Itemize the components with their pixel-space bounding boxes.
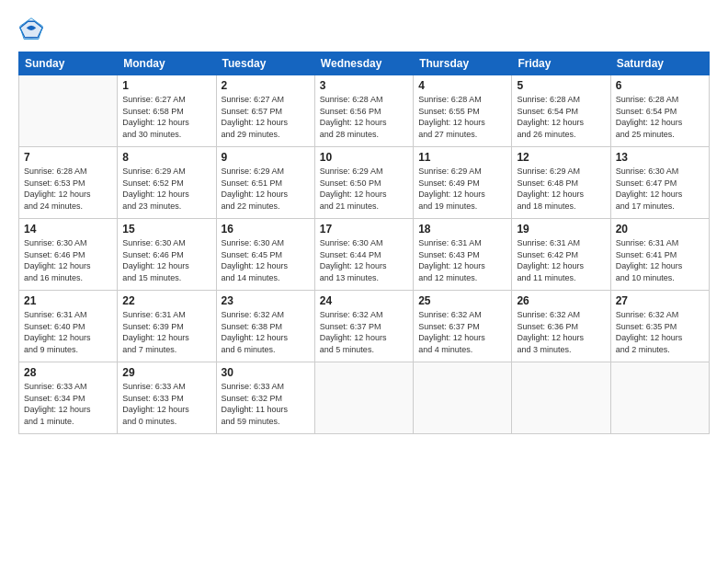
cell-text: Sunrise: 6:31 AM Sunset: 6:42 PM Dayligh… — [517, 237, 605, 283]
weekday-sunday: Sunday — [19, 52, 118, 75]
day-number: 19 — [517, 223, 605, 236]
day-number: 24 — [320, 294, 408, 307]
calendar-cell: 14Sunrise: 6:30 AM Sunset: 6:46 PM Dayli… — [19, 219, 118, 291]
calendar-cell — [19, 75, 118, 147]
calendar-cell: 9Sunrise: 6:29 AM Sunset: 6:51 PM Daylig… — [216, 147, 314, 219]
cell-text: Sunrise: 6:31 AM Sunset: 6:40 PM Dayligh… — [24, 309, 112, 355]
day-number: 30 — [222, 366, 310, 379]
calendar-cell: 6Sunrise: 6:28 AM Sunset: 6:54 PM Daylig… — [610, 75, 709, 147]
calendar-cell: 7Sunrise: 6:28 AM Sunset: 6:53 PM Daylig… — [19, 147, 118, 219]
cell-text: Sunrise: 6:33 AM Sunset: 6:32 PM Dayligh… — [222, 381, 310, 427]
header — [18, 17, 710, 42]
cell-text: Sunrise: 6:33 AM Sunset: 6:33 PM Dayligh… — [122, 381, 210, 427]
calendar-cell: 12Sunrise: 6:29 AM Sunset: 6:48 PM Dayli… — [512, 147, 610, 219]
cell-text: Sunrise: 6:30 AM Sunset: 6:44 PM Dayligh… — [320, 237, 408, 283]
calendar-cell: 4Sunrise: 6:28 AM Sunset: 6:55 PM Daylig… — [414, 75, 512, 147]
week-row-4: 21Sunrise: 6:31 AM Sunset: 6:40 PM Dayli… — [19, 291, 710, 362]
day-number: 15 — [122, 223, 210, 236]
day-number: 18 — [418, 223, 506, 236]
calendar-cell: 8Sunrise: 6:29 AM Sunset: 6:52 PM Daylig… — [118, 147, 216, 219]
cell-text: Sunrise: 6:31 AM Sunset: 6:39 PM Dayligh… — [122, 309, 210, 355]
calendar-cell: 18Sunrise: 6:31 AM Sunset: 6:43 PM Dayli… — [414, 219, 512, 291]
calendar-cell: 5Sunrise: 6:28 AM Sunset: 6:54 PM Daylig… — [512, 75, 610, 147]
calendar-cell — [512, 362, 610, 434]
cell-text: Sunrise: 6:27 AM Sunset: 6:57 PM Dayligh… — [222, 94, 310, 140]
calendar-cell: 16Sunrise: 6:30 AM Sunset: 6:45 PM Dayli… — [216, 219, 314, 291]
calendar-cell: 15Sunrise: 6:30 AM Sunset: 6:46 PM Dayli… — [118, 219, 216, 291]
calendar-cell — [314, 362, 413, 434]
day-number: 17 — [320, 223, 408, 236]
calendar-cell: 20Sunrise: 6:31 AM Sunset: 6:41 PM Dayli… — [610, 219, 709, 291]
calendar-cell — [414, 362, 512, 434]
calendar-cell: 24Sunrise: 6:32 AM Sunset: 6:37 PM Dayli… — [314, 291, 413, 362]
day-number: 21 — [24, 294, 112, 307]
calendar-cell — [610, 362, 709, 434]
calendar-cell: 28Sunrise: 6:33 AM Sunset: 6:34 PM Dayli… — [19, 362, 118, 434]
day-number: 6 — [616, 79, 704, 92]
weekday-header-row: SundayMondayTuesdayWednesdayThursdayFrid… — [19, 52, 710, 75]
day-number: 27 — [616, 294, 704, 307]
cell-text: Sunrise: 6:29 AM Sunset: 6:50 PM Dayligh… — [320, 166, 408, 212]
week-row-1: 1Sunrise: 6:27 AM Sunset: 6:58 PM Daylig… — [19, 75, 710, 147]
weekday-saturday: Saturday — [610, 52, 709, 75]
calendar-cell: 11Sunrise: 6:29 AM Sunset: 6:49 PM Dayli… — [414, 147, 512, 219]
calendar-cell: 21Sunrise: 6:31 AM Sunset: 6:40 PM Dayli… — [19, 291, 118, 362]
cell-text: Sunrise: 6:29 AM Sunset: 6:48 PM Dayligh… — [517, 166, 605, 212]
day-number: 23 — [222, 294, 310, 307]
week-row-5: 28Sunrise: 6:33 AM Sunset: 6:34 PM Dayli… — [19, 362, 710, 434]
day-number: 20 — [616, 223, 704, 236]
day-number: 26 — [517, 294, 605, 307]
day-number: 16 — [222, 223, 310, 236]
day-number: 11 — [418, 151, 506, 164]
day-number: 12 — [517, 151, 605, 164]
day-number: 14 — [24, 223, 112, 236]
logo — [18, 17, 48, 42]
day-number: 2 — [222, 79, 310, 92]
cell-text: Sunrise: 6:29 AM Sunset: 6:49 PM Dayligh… — [418, 166, 506, 212]
calendar-cell: 19Sunrise: 6:31 AM Sunset: 6:42 PM Dayli… — [512, 219, 610, 291]
day-number: 13 — [616, 151, 704, 164]
calendar-cell: 27Sunrise: 6:32 AM Sunset: 6:35 PM Dayli… — [610, 291, 709, 362]
weekday-thursday: Thursday — [414, 52, 512, 75]
cell-text: Sunrise: 6:29 AM Sunset: 6:51 PM Dayligh… — [222, 166, 310, 212]
day-number: 10 — [320, 151, 408, 164]
cell-text: Sunrise: 6:32 AM Sunset: 6:36 PM Dayligh… — [517, 309, 605, 355]
calendar-cell: 29Sunrise: 6:33 AM Sunset: 6:33 PM Dayli… — [118, 362, 216, 434]
cell-text: Sunrise: 6:33 AM Sunset: 6:34 PM Dayligh… — [24, 381, 112, 427]
calendar-cell: 13Sunrise: 6:30 AM Sunset: 6:47 PM Dayli… — [610, 147, 709, 219]
day-number: 5 — [517, 79, 605, 92]
cell-text: Sunrise: 6:30 AM Sunset: 6:45 PM Dayligh… — [222, 237, 310, 283]
day-number: 28 — [24, 366, 112, 379]
calendar-cell: 17Sunrise: 6:30 AM Sunset: 6:44 PM Dayli… — [314, 219, 413, 291]
cell-text: Sunrise: 6:32 AM Sunset: 6:37 PM Dayligh… — [320, 309, 408, 355]
cell-text: Sunrise: 6:32 AM Sunset: 6:38 PM Dayligh… — [222, 309, 310, 355]
calendar-cell: 23Sunrise: 6:32 AM Sunset: 6:38 PM Dayli… — [216, 291, 314, 362]
calendar-cell: 25Sunrise: 6:32 AM Sunset: 6:37 PM Dayli… — [414, 291, 512, 362]
cell-text: Sunrise: 6:29 AM Sunset: 6:52 PM Dayligh… — [122, 166, 210, 212]
calendar-cell: 30Sunrise: 6:33 AM Sunset: 6:32 PM Dayli… — [216, 362, 314, 434]
cell-text: Sunrise: 6:32 AM Sunset: 6:35 PM Dayligh… — [616, 309, 704, 355]
calendar-cell: 1Sunrise: 6:27 AM Sunset: 6:58 PM Daylig… — [118, 75, 216, 147]
calendar-cell: 3Sunrise: 6:28 AM Sunset: 6:56 PM Daylig… — [314, 75, 413, 147]
day-number: 3 — [320, 79, 408, 92]
calendar-cell: 10Sunrise: 6:29 AM Sunset: 6:50 PM Dayli… — [314, 147, 413, 219]
calendar-cell: 26Sunrise: 6:32 AM Sunset: 6:36 PM Dayli… — [512, 291, 610, 362]
day-number: 29 — [122, 366, 210, 379]
day-number: 8 — [122, 151, 210, 164]
day-number: 7 — [24, 151, 112, 164]
calendar-cell: 2Sunrise: 6:27 AM Sunset: 6:57 PM Daylig… — [216, 75, 314, 147]
cell-text: Sunrise: 6:28 AM Sunset: 6:54 PM Dayligh… — [517, 94, 605, 140]
calendar: SundayMondayTuesdayWednesdayThursdayFrid… — [18, 52, 710, 434]
day-number: 1 — [122, 79, 210, 92]
calendar-cell: 22Sunrise: 6:31 AM Sunset: 6:39 PM Dayli… — [118, 291, 216, 362]
logo-icon — [18, 17, 44, 42]
day-number: 25 — [418, 294, 506, 307]
cell-text: Sunrise: 6:30 AM Sunset: 6:46 PM Dayligh… — [122, 237, 210, 283]
cell-text: Sunrise: 6:30 AM Sunset: 6:46 PM Dayligh… — [24, 237, 112, 283]
cell-text: Sunrise: 6:31 AM Sunset: 6:41 PM Dayligh… — [616, 237, 704, 283]
cell-text: Sunrise: 6:27 AM Sunset: 6:58 PM Dayligh… — [122, 94, 210, 140]
week-row-2: 7Sunrise: 6:28 AM Sunset: 6:53 PM Daylig… — [19, 147, 710, 219]
page: SundayMondayTuesdayWednesdayThursdayFrid… — [0, 0, 728, 563]
week-row-3: 14Sunrise: 6:30 AM Sunset: 6:46 PM Dayli… — [19, 219, 710, 291]
cell-text: Sunrise: 6:28 AM Sunset: 6:56 PM Dayligh… — [320, 94, 408, 140]
